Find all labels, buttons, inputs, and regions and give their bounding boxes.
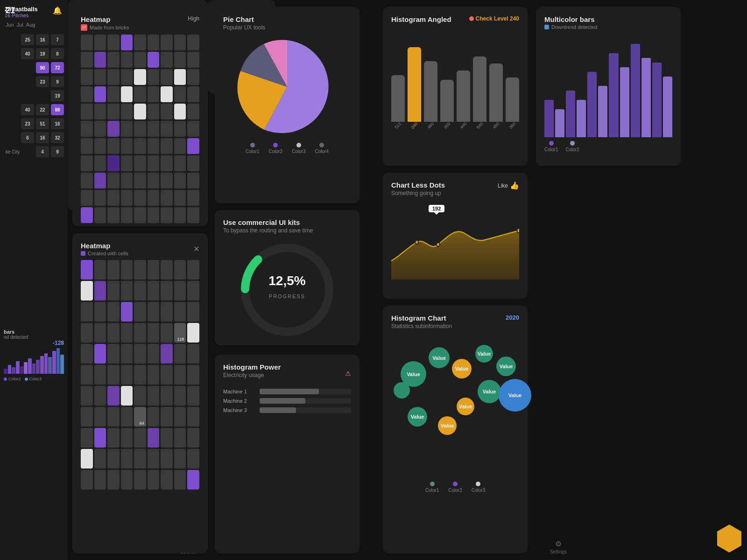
histogram-angled-alert: Check Level 240 <box>476 15 519 22</box>
sidebar-cell: 16 <box>36 34 49 45</box>
heatmap1-cell <box>148 35 160 50</box>
heatmap2-cell <box>121 428 133 448</box>
heatmap2-cell <box>161 470 173 490</box>
heatmap1-cell <box>121 207 133 223</box>
heatmap2-cell <box>134 386 146 406</box>
bubble-7: Value <box>457 398 474 415</box>
sidebar-cell: 7 <box>51 34 64 45</box>
heatmap1-cell <box>161 104 173 119</box>
heatmap2-cell <box>174 281 186 301</box>
heatmap2-cell <box>134 449 146 469</box>
heatmap2-cell <box>174 407 186 427</box>
heatmap1-cell <box>81 207 93 223</box>
sidebar: 21 › 🔔 Jun Jul Aug 25 16 7 40 19 8 90 72… <box>0 0 68 560</box>
heatmap2-cell <box>148 470 160 490</box>
legend-item-4: Color4 <box>315 143 328 154</box>
heatmap1-cell <box>81 190 93 206</box>
heatmap2-cell <box>134 281 146 301</box>
heatmap1-cell <box>174 121 186 137</box>
chart-less-dots-title: Chart Less Dots <box>391 181 445 189</box>
heatmap1-cell <box>148 173 160 189</box>
legend-label-3: Color3 <box>292 149 305 154</box>
machine-label-1: Machine 1 <box>223 389 256 394</box>
heatmap1-cell <box>187 190 199 206</box>
heatmap1-cell <box>134 121 146 137</box>
heatmap2-cell <box>161 449 173 469</box>
heatmap2-cell <box>161 365 173 385</box>
heatmap2-cell <box>161 386 173 406</box>
ha-bar-highlight <box>408 47 421 122</box>
sidebar-row: 6 16 32 <box>4 132 64 143</box>
heatmap2-cell <box>121 260 133 280</box>
mb-bar <box>631 44 640 137</box>
heatmap1-cell <box>148 190 160 206</box>
heatmap1-cell <box>107 121 120 137</box>
heatmap2-header: Heatmap Created with cells ✕ <box>81 242 199 256</box>
heatmap1-cell <box>161 35 173 50</box>
heatmap2-cell <box>121 365 133 385</box>
alert-icon <box>469 16 474 21</box>
hc-legend-3: Color3 <box>472 482 485 493</box>
sidebar-cell: 40 <box>21 48 34 59</box>
heatmap1-cell <box>94 52 106 68</box>
heatmap1-cell <box>107 207 120 223</box>
heatmap2-cell <box>187 428 199 448</box>
heatmap1-cell <box>107 52 120 68</box>
heatmap1-cell <box>107 173 120 189</box>
heatmap2-cell <box>107 470 120 490</box>
pie-chart-title: Pie Chart <box>223 15 351 23</box>
mb-bar-col <box>652 63 662 137</box>
sidebar-row: ke City 4 9 <box>4 146 64 157</box>
mb-bar <box>641 58 651 137</box>
multicolor-bars-card: Multicolor bars Downtrend detected <box>536 7 681 166</box>
legend-item-2: Color2 <box>269 143 282 154</box>
heatmap2-cell <box>174 344 186 364</box>
heatmap1-cell <box>121 155 133 171</box>
ha-bar-label: 360 <box>443 121 451 130</box>
legend-label-color2: Color2 <box>8 377 21 381</box>
heatmap2-cell <box>81 449 93 469</box>
heatmap2-cell <box>121 323 133 343</box>
hp-bar-row-2: Machine 2 <box>223 398 351 404</box>
chart-tooltip: 192 <box>429 205 444 212</box>
legend-item-3: Color3 <box>292 143 305 154</box>
hp-bar-fill-3 <box>260 407 296 413</box>
heatmap2-cell <box>81 386 93 406</box>
bell-icon[interactable]: 🔔 <box>53 6 62 15</box>
heatmap1-cell <box>107 138 120 154</box>
mb-bar <box>663 77 672 137</box>
sidebar-row: 19 <box>4 90 64 101</box>
heatmap1-cell <box>148 104 160 119</box>
heatmap2-cell <box>161 260 173 280</box>
mb-bar-col <box>663 77 672 137</box>
mb-bar-col <box>577 100 586 137</box>
ha-bar-label: 240 <box>410 121 419 130</box>
ha-bar-label: 512 <box>394 121 402 130</box>
heatmap2-cell <box>187 323 199 343</box>
heatmap2-subtitle: Created with cells <box>88 251 128 256</box>
heatmap2-cell <box>187 449 199 469</box>
heatmap2-cell <box>134 302 146 322</box>
heatmap1-cell <box>148 69 160 85</box>
heatmap1-cell <box>134 207 146 223</box>
settings-button[interactable]: ⚙ Settings <box>550 539 567 554</box>
ha-bar <box>391 75 405 122</box>
heatmap1-cell <box>81 35 93 50</box>
heatmap1-cell <box>107 104 120 119</box>
close-icon[interactable]: ✕ <box>193 245 199 253</box>
mini-bar <box>20 366 24 374</box>
legend-label-color3: Color3 <box>29 377 42 381</box>
progress-ring-container: 12,5% PROGRESS <box>223 238 351 341</box>
legend-dot-4 <box>319 143 324 147</box>
ha-bar-label: 440 <box>459 121 468 130</box>
heatmap1-cell <box>107 86 120 102</box>
histogram-chart-badge: 2020 <box>506 314 519 321</box>
mini-bar-chart <box>4 348 64 374</box>
heatmap1-cell <box>161 190 173 206</box>
heatmap2-cell <box>107 428 120 448</box>
heatmap2-cell <box>134 365 146 385</box>
sidebar-cell-highlight: 72 <box>51 62 64 73</box>
chart-dot <box>437 243 440 246</box>
sidebar-months: Jun Jul Aug <box>4 20 64 29</box>
heatmap2-cell <box>148 386 160 406</box>
